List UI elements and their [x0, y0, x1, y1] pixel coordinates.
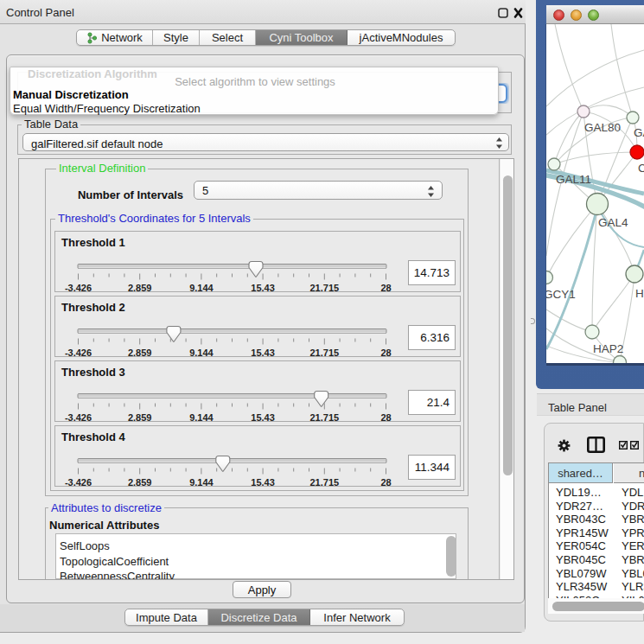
- svg-text:GA: GA: [634, 126, 644, 139]
- svg-text:HAP2: HAP2: [593, 342, 623, 355]
- svg-text:H: H: [635, 287, 644, 300]
- svg-text:GCY1: GCY1: [546, 288, 576, 301]
- svg-text:GAL4: GAL4: [598, 216, 628, 229]
- svg-text:GAL11: GAL11: [556, 173, 591, 186]
- svg-text:C: C: [638, 162, 644, 175]
- svg-text:GAL80: GAL80: [584, 121, 621, 134]
